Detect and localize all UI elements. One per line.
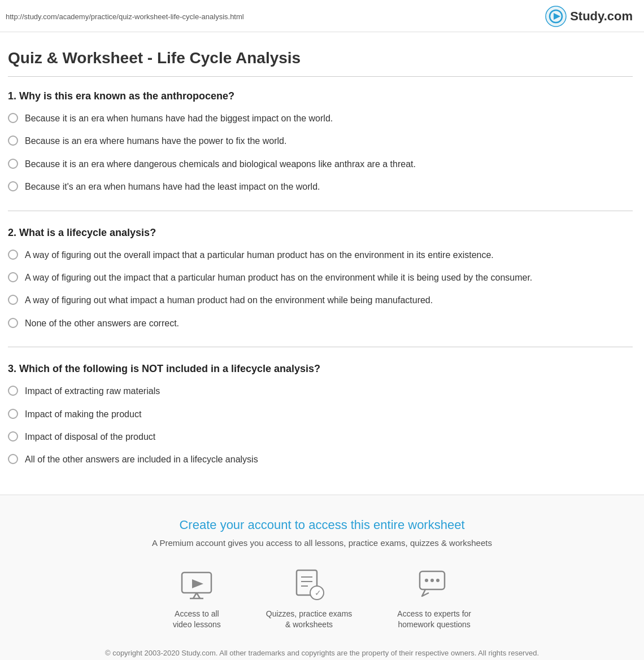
- radio-1-2[interactable]: [8, 136, 18, 146]
- title-divider: [8, 76, 633, 77]
- radio-2-4[interactable]: [8, 318, 18, 328]
- quizzes-icon: ✓: [292, 568, 326, 602]
- top-bar: http://study.com/academy/practice/quiz-w…: [0, 0, 644, 32]
- answer-2-1[interactable]: A way of figuring out the overall impact…: [8, 249, 633, 261]
- answer-2-4-text: None of the other answers are correct.: [25, 317, 179, 330]
- answer-1-2[interactable]: Because is an era where humans have the …: [8, 135, 633, 147]
- svg-point-16: [430, 579, 434, 582]
- answer-2-2[interactable]: A way of figuring out the impact that a …: [8, 272, 633, 284]
- question-2-text: 2. What is a lifecycle analysis?: [8, 227, 633, 239]
- url-display: http://study.com/academy/practice/quiz-w…: [6, 12, 244, 21]
- answer-1-4-text: Because it's an era when humans have had…: [25, 181, 320, 193]
- studycom-logo-icon: [545, 6, 567, 27]
- radio-2-3[interactable]: [8, 295, 18, 305]
- question-3-text: 3. Which of the following is NOT include…: [8, 363, 633, 375]
- experts-icon: [417, 568, 451, 602]
- section-divider-1: [8, 211, 633, 211]
- radio-2-1[interactable]: [8, 250, 18, 260]
- answer-1-4[interactable]: Because it's an era when humans have had…: [8, 181, 633, 193]
- answer-3-2-text: Impact of making the product: [25, 408, 141, 421]
- answer-1-2-text: Because is an era where humans have the …: [25, 135, 286, 147]
- answer-1-1-text: Because it is an era when humans have ha…: [25, 112, 333, 125]
- video-lessons-icon: [180, 568, 214, 602]
- feature-video-label: Access to allvideo lessons: [173, 609, 221, 631]
- question-block-2: 2. What is a lifecycle analysis? A way o…: [8, 227, 633, 330]
- radio-2-2[interactable]: [8, 272, 18, 282]
- answer-3-3[interactable]: Impact of disposal of the product: [8, 431, 633, 443]
- answer-3-1[interactable]: Impact of extracting raw materials: [8, 385, 633, 397]
- answer-2-4[interactable]: None of the other answers are correct.: [8, 317, 633, 330]
- cta-subtitle: A Premium account gives you access to al…: [11, 538, 633, 548]
- page-title: Quiz & Worksheet - Life Cycle Analysis: [8, 49, 633, 67]
- svg-point-15: [425, 579, 428, 582]
- answer-3-3-text: Impact of disposal of the product: [25, 431, 155, 443]
- svg-marker-4: [192, 579, 203, 588]
- answer-1-3-text: Because it is an era where dangerous che…: [25, 158, 416, 171]
- question-1-text: 1. Why is this era known as the anthropo…: [8, 90, 633, 102]
- svg-point-17: [436, 579, 440, 582]
- answer-2-2-text: A way of figuring out the impact that a …: [25, 272, 532, 284]
- cta-title: Create your account to access this entir…: [11, 518, 633, 532]
- feature-quizzes: ✓ Quizzes, practice exams& worksheets: [266, 568, 353, 631]
- answer-1-1[interactable]: Because it is an era when humans have ha…: [8, 112, 633, 125]
- logo-text: Study.com: [570, 9, 633, 24]
- answer-3-2[interactable]: Impact of making the product: [8, 408, 633, 421]
- answer-3-1-text: Impact of extracting raw materials: [25, 385, 160, 397]
- footer-text: © copyright 2003-2020 Study.com. All oth…: [11, 648, 633, 659]
- section-divider-2: [8, 347, 633, 347]
- features-row: Access to allvideo lessons ✓ Quizzes, pr…: [11, 568, 633, 631]
- feature-experts-label: Access to experts forhomework questions: [397, 609, 471, 631]
- svg-text:✓: ✓: [315, 588, 321, 597]
- answer-3-4-text: All of the other answers are included in…: [25, 453, 258, 466]
- radio-3-3[interactable]: [8, 431, 18, 442]
- answer-3-4[interactable]: All of the other answers are included in…: [8, 453, 633, 466]
- svg-line-6: [197, 593, 200, 598]
- radio-1-3[interactable]: [8, 159, 18, 169]
- answer-2-3[interactable]: A way of figuring out what impact a huma…: [8, 294, 633, 307]
- svg-line-5: [193, 593, 197, 598]
- question-block-3: 3. Which of the following is NOT include…: [8, 363, 633, 466]
- question-block-1: 1. Why is this era known as the anthropo…: [8, 90, 633, 194]
- radio-1-1[interactable]: [8, 113, 18, 123]
- answer-2-1-text: A way of figuring out the overall impact…: [25, 249, 494, 261]
- answer-1-3[interactable]: Because it is an era where dangerous che…: [8, 158, 633, 171]
- radio-1-4[interactable]: [8, 181, 18, 191]
- cta-section: Create your account to access this entir…: [0, 495, 644, 660]
- logo-area: Study.com: [545, 6, 633, 27]
- answer-2-3-text: A way of figuring out what impact a huma…: [25, 294, 433, 307]
- radio-3-4[interactable]: [8, 454, 18, 464]
- main-content: Quiz & Worksheet - Life Cycle Analysis 1…: [0, 32, 644, 495]
- feature-video: Access to allvideo lessons: [173, 568, 221, 631]
- radio-3-2[interactable]: [8, 409, 18, 419]
- radio-3-1[interactable]: [8, 386, 18, 396]
- feature-quizzes-label: Quizzes, practice exams& worksheets: [266, 609, 353, 631]
- feature-experts: Access to experts forhomework questions: [397, 568, 471, 631]
